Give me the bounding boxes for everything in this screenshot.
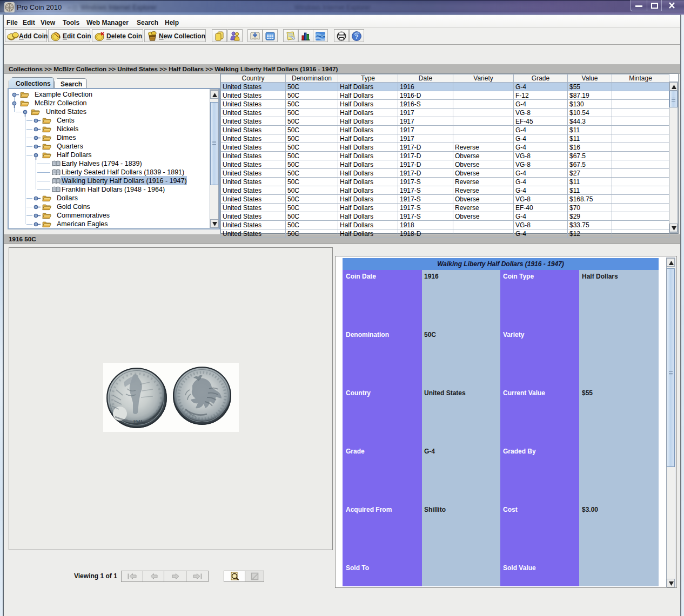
svg-text:?: ? (355, 33, 359, 40)
svg-text:1941: 1941 (133, 419, 143, 424)
